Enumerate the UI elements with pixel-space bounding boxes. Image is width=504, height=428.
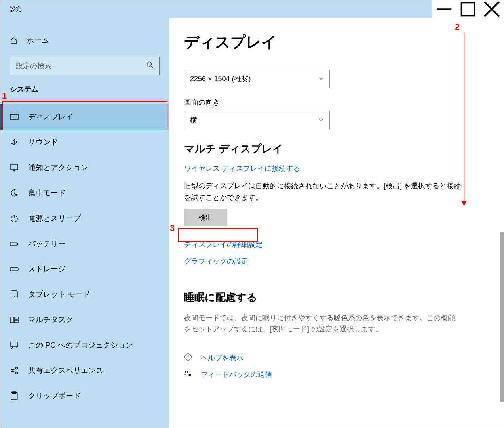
advanced-display-link[interactable]: ディスプレイの詳細設定 xyxy=(184,240,489,249)
help-link[interactable]: ヘルプを表示 xyxy=(201,353,243,363)
sidebar-item-label: タブレット モード xyxy=(28,289,90,300)
tablet-icon xyxy=(10,290,19,299)
sidebar-item-storage[interactable]: ストレージ xyxy=(0,256,169,282)
home-label: ホーム xyxy=(27,35,49,46)
sidebar-item-display[interactable]: ディスプレイ xyxy=(0,104,169,130)
sidebar-item-label: この PC へのプロジェクション xyxy=(28,340,133,350)
feedback-icon xyxy=(184,370,192,379)
page-title: ディスプレイ xyxy=(184,32,489,52)
sidebar-item-label: ディスプレイ xyxy=(28,112,73,122)
orientation-value: 横 xyxy=(190,115,197,125)
svg-rect-12 xyxy=(17,243,18,245)
projection-icon xyxy=(10,341,19,349)
minimize-button[interactable] xyxy=(432,0,456,18)
sidebar-item-label: サウンド xyxy=(28,137,58,147)
help-row: ヘルプを表示 xyxy=(184,353,489,363)
search-input[interactable]: 設定の検索 xyxy=(10,57,160,75)
sidebar: ホーム 設定の検索 システム ディスプレイ サウンド 通知とアクション xyxy=(0,18,169,428)
svg-point-29 xyxy=(188,359,188,359)
svg-rect-6 xyxy=(10,114,18,119)
sidebar-item-focus[interactable]: 集中モード xyxy=(0,180,169,206)
sidebar-item-multitask[interactable]: マルチタスク xyxy=(0,307,169,332)
sidebar-item-label: バッテリー xyxy=(28,239,66,249)
sidebar-item-clipboard[interactable]: クリップボード xyxy=(0,383,169,409)
sidebar-item-label: クリップボード xyxy=(28,391,81,401)
cutoff-label xyxy=(184,57,489,64)
svg-point-30 xyxy=(186,371,188,373)
svg-point-14 xyxy=(16,269,17,269)
search-placeholder: 設定の検索 xyxy=(16,61,51,71)
sleep-description: 夜間モードでは、夜間に眠りに付きやすくする暖色系の色を表示できます。この機能をセ… xyxy=(184,312,461,335)
feedback-row: フィードバックの送信 xyxy=(184,370,489,379)
multi-display-heading: マルチ ディスプレイ xyxy=(184,142,489,156)
home-button[interactable]: ホーム xyxy=(0,31,169,50)
battery-icon xyxy=(10,241,19,246)
maximize-button[interactable] xyxy=(456,0,480,18)
sidebar-category: システム xyxy=(0,84,169,97)
window-title: 設定 xyxy=(0,6,432,13)
orientation-select[interactable]: 横 xyxy=(184,111,330,129)
svg-rect-8 xyxy=(11,164,18,170)
orientation-label: 画面の向き xyxy=(184,97,489,107)
sidebar-item-projection[interactable]: この PC へのプロジェクション xyxy=(0,332,169,358)
window-buttons xyxy=(432,0,504,18)
display-icon xyxy=(10,113,19,120)
graphics-settings-link[interactable]: グラフィックの設定 xyxy=(184,256,489,266)
svg-rect-11 xyxy=(10,242,17,245)
wireless-display-link[interactable]: ワイヤレス ディスプレイに接続する xyxy=(184,164,489,173)
sidebar-item-battery[interactable]: バッテリー xyxy=(0,231,169,256)
sidebar-item-label: 電源とスリープ xyxy=(28,213,81,224)
svg-rect-18 xyxy=(14,317,18,319)
svg-rect-20 xyxy=(11,342,18,347)
content: ディスプレイ 2256 × 1504 (推奨) 画面の向き 横 マルチ ディスプ… xyxy=(169,18,504,428)
body: ホーム 設定の検索 システム ディスプレイ サウンド 通知とアクション xyxy=(0,18,504,428)
sidebar-item-sound[interactable]: サウンド xyxy=(0,130,169,155)
moon-icon xyxy=(10,189,19,197)
sleep-heading: 睡眠に配慮する xyxy=(184,290,489,304)
search-icon xyxy=(146,61,154,71)
help-icon xyxy=(184,353,192,363)
detect-button[interactable]: 検出 xyxy=(184,209,227,226)
sidebar-item-power[interactable]: 電源とスリープ xyxy=(0,206,169,231)
sidebar-item-label: 通知とアクション xyxy=(28,162,88,173)
detect-description: 旧型のディスプレイは自動的に接続されないことがあります。[検出] を選択すると接… xyxy=(184,180,461,203)
svg-line-5 xyxy=(151,66,153,68)
svg-point-22 xyxy=(16,367,18,369)
sidebar-item-label: マルチタスク xyxy=(28,315,73,325)
sound-icon xyxy=(10,138,19,147)
home-icon xyxy=(10,36,18,44)
feedback-link[interactable]: フィードバックの送信 xyxy=(201,370,272,379)
svg-point-21 xyxy=(11,370,13,372)
scrollbar-thumb[interactable] xyxy=(500,232,504,402)
svg-line-25 xyxy=(13,371,16,373)
svg-rect-17 xyxy=(10,317,13,323)
sidebar-item-tablet[interactable]: タブレット モード xyxy=(0,282,169,307)
resolution-value: 2256 × 1504 (推奨) xyxy=(190,74,251,84)
clipboard-icon xyxy=(10,391,19,401)
sidebar-item-label: 集中モード xyxy=(28,188,66,198)
svg-point-23 xyxy=(16,372,18,374)
power-icon xyxy=(10,214,19,223)
svg-rect-19 xyxy=(14,320,18,323)
svg-line-24 xyxy=(13,369,16,370)
sidebar-item-label: ストレージ xyxy=(28,264,66,274)
sidebar-item-notifications[interactable]: 通知とアクション xyxy=(0,155,169,180)
share-icon xyxy=(10,366,19,375)
nav-list: ディスプレイ サウンド 通知とアクション 集中モード 電源とスリープ バッテリー xyxy=(0,104,169,409)
multitask-icon xyxy=(10,317,19,323)
svg-point-4 xyxy=(147,62,152,66)
resolution-select[interactable]: 2256 × 1504 (推奨) xyxy=(184,70,330,88)
notification-icon xyxy=(10,163,19,172)
titlebar: 設定 xyxy=(0,0,504,18)
storage-icon xyxy=(10,267,19,272)
svg-rect-1 xyxy=(462,3,475,16)
chevron-down-icon xyxy=(318,76,324,82)
sidebar-item-shared[interactable]: 共有エクスペリエンス xyxy=(0,358,169,383)
chevron-down-icon xyxy=(318,117,324,123)
svg-point-16 xyxy=(14,296,15,297)
close-button[interactable] xyxy=(480,0,504,18)
sidebar-item-label: 共有エクスペリエンス xyxy=(28,365,103,376)
